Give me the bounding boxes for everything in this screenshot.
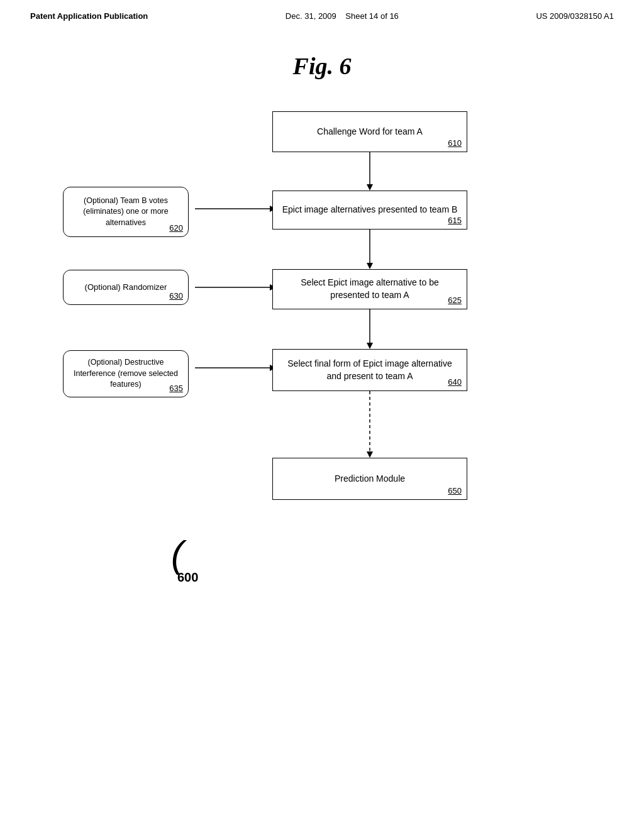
box-615: Epict image alternatives presented to te… <box>272 191 467 230</box>
svg-marker-5 <box>367 343 373 349</box>
header-patent-num: US 2009/0328150 A1 <box>536 11 614 21</box>
label-600: 600 <box>177 570 198 585</box>
paren-600-symbol: ( <box>171 533 184 576</box>
svg-marker-7 <box>367 451 373 458</box>
box-625: Select Epict image alternative to be pre… <box>272 269 467 309</box>
box-640: Select final form of Epict image alterna… <box>272 349 467 391</box>
diagram-area: Challenge Word for team A 610 Epict imag… <box>0 105 644 671</box>
box-650: Prediction Module 650 <box>272 458 467 500</box>
header-publication: Patent Application Publication <box>30 11 148 21</box>
header-date-sheet: Dec. 31, 2009 Sheet 14 of 16 <box>286 11 399 21</box>
svg-marker-1 <box>367 184 373 191</box>
box-620: (Optional) Team B votes (eliminates) one… <box>63 187 189 237</box>
page-header: Patent Application Publication Dec. 31, … <box>0 0 644 27</box>
box-610: Challenge Word for team A 610 <box>272 111 467 152</box>
figure-title: Fig. 6 <box>0 52 644 80</box>
box-630: (Optional) Randomizer 630 <box>63 270 189 305</box>
box-635: (Optional) Destructive Interference (rem… <box>63 350 189 397</box>
svg-marker-3 <box>367 263 373 269</box>
